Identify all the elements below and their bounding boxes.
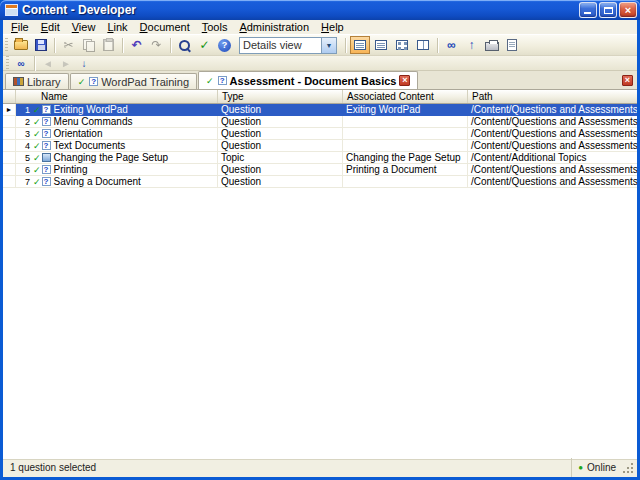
question-icon: ? — [42, 177, 51, 186]
tab-label: WordPad Training — [101, 76, 189, 88]
check-icon: ✓ — [78, 77, 86, 87]
cut-button[interactable]: ✂ — [59, 36, 78, 54]
menu-file[interactable]: File — [5, 20, 35, 34]
cell-type: Question — [218, 104, 343, 116]
check-icon: ✓ — [33, 141, 41, 151]
tab-wordpad-training[interactable]: ✓ ? WordPad Training — [70, 73, 197, 89]
save-button[interactable] — [31, 36, 50, 54]
row-number: 2 — [19, 117, 30, 127]
question-icon: ? — [42, 117, 51, 126]
table-row[interactable]: 3 ✓ ? Orientation Question /Content/Ques… — [3, 128, 637, 140]
check-icon: ✓ — [33, 153, 41, 163]
details-view-icon — [354, 40, 366, 50]
question-icon: ? — [42, 129, 51, 138]
find-button[interactable] — [175, 36, 194, 54]
help-button[interactable]: ? — [215, 36, 234, 54]
maximize-button[interactable] — [599, 2, 617, 18]
minimize-icon — [584, 12, 591, 14]
cell-associated-content: Exiting WordPad — [343, 104, 468, 116]
status-bar: 1 question selected ● Online — [3, 458, 637, 477]
row-name-text: Saving a Document — [54, 176, 141, 187]
cell-name: 1 ✓ ? Exiting WordPad — [16, 104, 218, 116]
redo-button[interactable]: ↷ — [147, 36, 166, 54]
cell-path: /Content/Questions and Assessments — [468, 164, 637, 176]
tab-assessment-document-basics[interactable]: ✓ ? Assessment - Document Basics × — [198, 71, 418, 89]
print-icon — [485, 42, 499, 51]
check-icon: ✓ — [33, 165, 41, 175]
column-header-type[interactable]: Type — [218, 90, 343, 103]
row-name-text: Changing the Page Setup — [54, 152, 169, 163]
edit-link-icon: ∞ — [17, 58, 24, 69]
question-icon: ? — [42, 105, 51, 114]
toolbar-handle[interactable] — [6, 56, 9, 70]
minimize-button[interactable] — [579, 2, 597, 18]
chevron-down-icon[interactable]: ▼ — [321, 38, 336, 53]
menu-tools[interactable]: Tools — [196, 20, 234, 34]
cell-associated-content: Changing the Page Setup — [343, 152, 468, 164]
details-view-button[interactable] — [350, 36, 370, 54]
tab-library[interactable]: Library — [5, 73, 69, 89]
column-header-associated-content[interactable]: Associated Content — [343, 90, 468, 103]
row-gutter — [3, 152, 16, 164]
table-row[interactable]: 7 ✓ ? Saving a Document Question /Conten… — [3, 176, 637, 188]
close-button[interactable]: × — [619, 2, 637, 18]
table-row[interactable]: 5 ✓ Changing the Page Setup Topic Changi… — [3, 152, 637, 164]
row-number: 5 — [19, 153, 30, 163]
menu-document[interactable]: Document — [134, 20, 196, 34]
save-icon — [35, 39, 47, 51]
spellcheck-icon: ✓ — [199, 38, 209, 52]
library-icon — [13, 77, 24, 86]
check-icon: ✓ — [33, 177, 41, 187]
preview-button[interactable] — [502, 36, 521, 54]
list-view-button[interactable] — [371, 36, 391, 54]
check-icon: ✓ — [33, 105, 41, 115]
tab-close-icon[interactable]: × — [399, 75, 410, 86]
menu-help[interactable]: Help — [315, 20, 350, 34]
table-row[interactable]: 2 ✓ ? Menu Commands Question /Content/Qu… — [3, 116, 637, 128]
tab-label: Library — [27, 76, 61, 88]
list-view-icon — [375, 40, 387, 50]
paste-button[interactable] — [99, 36, 118, 54]
table-row[interactable]: 6 ✓ ? Printing Question Printing a Docum… — [3, 164, 637, 176]
print-button[interactable] — [482, 36, 501, 54]
back-button[interactable]: ◄ — [40, 57, 56, 70]
upload-button[interactable]: ↑ — [462, 36, 481, 54]
column-header-path[interactable]: Path — [468, 90, 637, 103]
toolbar-handle[interactable] — [5, 38, 8, 52]
maximize-icon — [604, 7, 613, 14]
spellcheck-button[interactable]: ✓ — [195, 36, 214, 54]
row-number: 6 — [19, 165, 30, 175]
column-header-name[interactable]: Name — [16, 90, 218, 103]
copy-button[interactable] — [79, 36, 98, 54]
menu-administration[interactable]: Administration — [233, 20, 315, 34]
forward-button[interactable]: ► — [58, 57, 74, 70]
titlebar[interactable]: Content - Developer × — [0, 0, 640, 20]
cell-type: Question — [218, 176, 343, 188]
menu-view[interactable]: View — [66, 20, 102, 34]
cell-type: Question — [218, 116, 343, 128]
undo-button[interactable]: ↶ — [127, 36, 146, 54]
cell-type: Question — [218, 128, 343, 140]
split-view-button[interactable] — [413, 36, 433, 54]
edit-link-button[interactable]: ∞ — [13, 57, 29, 70]
view-mode-combobox[interactable]: Details view ▼ — [239, 37, 337, 54]
window-title: Content - Developer — [22, 3, 579, 17]
row-number: 3 — [19, 129, 30, 139]
open-button[interactable] — [11, 36, 30, 54]
menu-edit[interactable]: Edit — [35, 20, 66, 34]
cell-type: Question — [218, 164, 343, 176]
menu-link[interactable]: Link — [101, 20, 133, 34]
resize-grip[interactable] — [622, 460, 635, 475]
move-down-button[interactable]: ↓ — [76, 57, 92, 70]
content-grid: Name Type Associated Content Path ► 1 ✓ … — [3, 90, 637, 458]
pane-close-icon[interactable]: × — [622, 75, 633, 86]
link-button[interactable]: ∞ — [442, 36, 461, 54]
tiles-view-button[interactable] — [392, 36, 412, 54]
tab-strip: Library ✓ ? WordPad Training ✓ ? Assessm… — [3, 71, 637, 90]
table-row[interactable]: ► 1 ✓ ? Exiting WordPad Question Exiting… — [3, 104, 637, 116]
cell-path: /Content/Questions and Assessments — [468, 140, 637, 152]
row-gutter — [3, 116, 16, 128]
redo-icon: ↷ — [151, 38, 161, 52]
tab-label: Assessment - Document Basics — [230, 75, 397, 87]
table-row[interactable]: 4 ✓ ? Text Documents Question /Content/Q… — [3, 140, 637, 152]
